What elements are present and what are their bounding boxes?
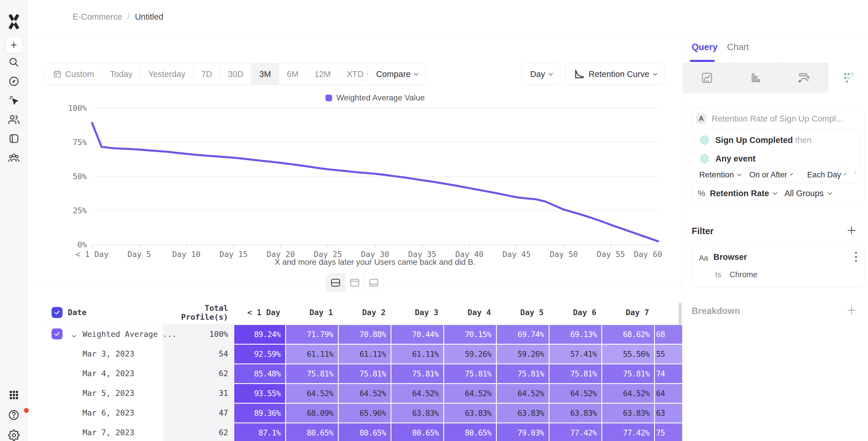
breakdown-heading: Breakdown xyxy=(692,306,740,316)
header-day-7: Day 7 xyxy=(602,308,655,317)
bucket-dropdown[interactable]: Each Day xyxy=(802,168,848,182)
query-title[interactable]: Retention Rate of Sign Up Compl... xyxy=(712,114,843,124)
header-date-label: Date xyxy=(68,308,87,317)
range-custom[interactable]: Custom xyxy=(45,63,102,85)
query-card: A Retention Rate of Sign Up Compl... Sig… xyxy=(691,108,865,204)
retention-cell: 63.83% xyxy=(602,403,655,422)
window-label: On or After xyxy=(749,170,787,180)
measure-row: % Retention Rate All Groups xyxy=(698,189,832,198)
row-label-cell: Mar 3, 2023 xyxy=(43,344,163,364)
retention-cell: 75.81% xyxy=(339,364,392,383)
filter-property[interactable]: Browser xyxy=(713,252,747,262)
layout-split-button[interactable] xyxy=(326,274,345,292)
total-profiles-cell: 47 xyxy=(163,403,234,422)
filter-menu-icon[interactable] xyxy=(855,252,857,262)
measure-dropdown[interactable]: Retention Rate xyxy=(710,189,769,198)
compare-label: Compare xyxy=(376,69,410,79)
funnel-chart-tab[interactable] xyxy=(731,63,779,93)
total-profiles-cell: 31 xyxy=(163,383,234,403)
header-day-4: Day 4 xyxy=(444,308,497,317)
events-cursor-icon[interactable] xyxy=(8,95,20,106)
chart-type-dropdown[interactable]: Retention Curve xyxy=(565,63,665,85)
apps-grid-icon[interactable] xyxy=(8,389,20,401)
table-row: Mar 7, 20236287.1%80.65%80.65%80.65%80.6… xyxy=(43,422,682,441)
add-filter-button[interactable] xyxy=(846,225,857,235)
range-yesterday[interactable]: Yesterday xyxy=(141,63,193,85)
help-icon[interactable] xyxy=(0,409,28,421)
retention-cell: 69.74% xyxy=(497,324,550,344)
select-all-checkbox[interactable] xyxy=(52,307,63,318)
breadcrumb-separator: / xyxy=(127,12,130,22)
layout-table-only-button[interactable] xyxy=(364,274,383,292)
granularity-dropdown[interactable]: Day xyxy=(522,63,561,85)
event-step-2[interactable]: Any event xyxy=(700,153,756,164)
users-icon[interactable] xyxy=(8,114,20,125)
row-checkbox[interactable] xyxy=(52,328,63,340)
chart-type-label: Retention Curve xyxy=(589,69,649,79)
filter-value[interactable]: Chrome xyxy=(730,270,757,279)
notification-dot xyxy=(24,408,29,413)
compare-button[interactable]: Compare xyxy=(368,63,426,85)
table-scrollbar[interactable] xyxy=(679,303,682,325)
groups-dropdown[interactable]: All Groups xyxy=(784,189,824,198)
event-1-name: Sign Up Completed xyxy=(715,135,793,145)
retention-cell: 75.81% xyxy=(550,364,602,383)
event-step-1[interactable]: Sign Up Completed then xyxy=(700,135,811,145)
total-profiles-cell: 62 xyxy=(163,364,234,383)
row-label-cell: Mar 5, 2023 xyxy=(43,383,163,403)
total-profiles-cell: 62 xyxy=(163,422,234,441)
row-label-cell: Mar 7, 2023 xyxy=(43,422,163,441)
row-label: Mar 4, 2023 xyxy=(83,369,134,378)
retention-cell: 63.83% xyxy=(550,403,602,422)
flows-chart-tab[interactable] xyxy=(779,63,828,93)
chart-legend[interactable]: Weighted Average Value xyxy=(92,93,658,102)
window-dropdown[interactable]: On or After xyxy=(744,168,798,182)
breadcrumb-project[interactable]: E-Commerce xyxy=(73,12,122,22)
retention-cell: 75.81% xyxy=(602,364,655,383)
header-day-6: Day 6 xyxy=(550,308,602,317)
retention-cell: 93.55% xyxy=(234,383,286,403)
range-today[interactable]: Today xyxy=(102,63,141,85)
search-icon[interactable] xyxy=(8,57,20,68)
range-12m[interactable]: 12M xyxy=(307,63,339,85)
breadcrumb-report-name[interactable]: Untitled xyxy=(135,12,163,22)
chart-type-tabs xyxy=(683,63,868,93)
insights-chart-tab[interactable] xyxy=(683,63,731,93)
chart-caption: X and more days later your Users came ba… xyxy=(92,257,658,267)
add-breakdown-button[interactable] xyxy=(846,305,857,315)
retention-line-series xyxy=(92,123,658,241)
row-label: Mar 3, 2023 xyxy=(83,349,134,358)
app-logo xyxy=(8,13,20,30)
y-axis-tick: 0% xyxy=(77,240,87,249)
app-window: + xyxy=(0,0,868,441)
retention-chart-tab[interactable] xyxy=(828,63,868,93)
table-row: Mar 4, 20236285.48%75.81%75.81%75.81%75.… xyxy=(43,364,682,383)
range-3m[interactable]: 3M xyxy=(252,63,279,85)
series-badge: A xyxy=(696,114,707,124)
retention-mode-dropdown[interactable]: Retention xyxy=(699,170,741,180)
library-panel-icon[interactable] xyxy=(8,133,20,144)
range-30d[interactable]: 30D xyxy=(220,63,251,85)
range-6m[interactable]: 6M xyxy=(279,63,307,85)
retention-cell: 80.65% xyxy=(392,422,444,441)
y-axis-tick: 25% xyxy=(73,206,87,215)
cohorts-icon[interactable] xyxy=(8,152,20,163)
tab-chart[interactable]: Chart xyxy=(727,42,749,52)
header-day-3: Day 3 xyxy=(392,308,444,317)
filter-operator[interactable]: Is xyxy=(715,270,721,279)
filter-card[interactable]: Aa Browser Is Chrome xyxy=(691,245,865,287)
create-new-button[interactable]: + xyxy=(5,36,22,53)
retention-cell: 85.48% xyxy=(234,364,286,383)
range-label: Custom xyxy=(65,69,94,79)
expand-chevron-icon[interactable] xyxy=(72,329,75,339)
layout-chart-only-button[interactable] xyxy=(345,274,364,292)
tab-query[interactable]: Query xyxy=(692,42,718,52)
table-header-row: DateTotal Profile(s)< 1 DayDay 1Day 2Day… xyxy=(43,301,682,324)
retention-cell: 64.52% xyxy=(550,383,602,403)
settings-gear-icon[interactable] xyxy=(8,430,20,441)
range-7d[interactable]: 7D xyxy=(193,63,220,85)
explore-compass-icon[interactable] xyxy=(8,76,20,87)
date-range-selector: CustomTodayYesterday7D30D3M6M12MXTD xyxy=(45,63,378,85)
row-label-cell: Mar 4, 2023 xyxy=(43,364,163,383)
row-label: Mar 6, 2023 xyxy=(83,408,134,417)
